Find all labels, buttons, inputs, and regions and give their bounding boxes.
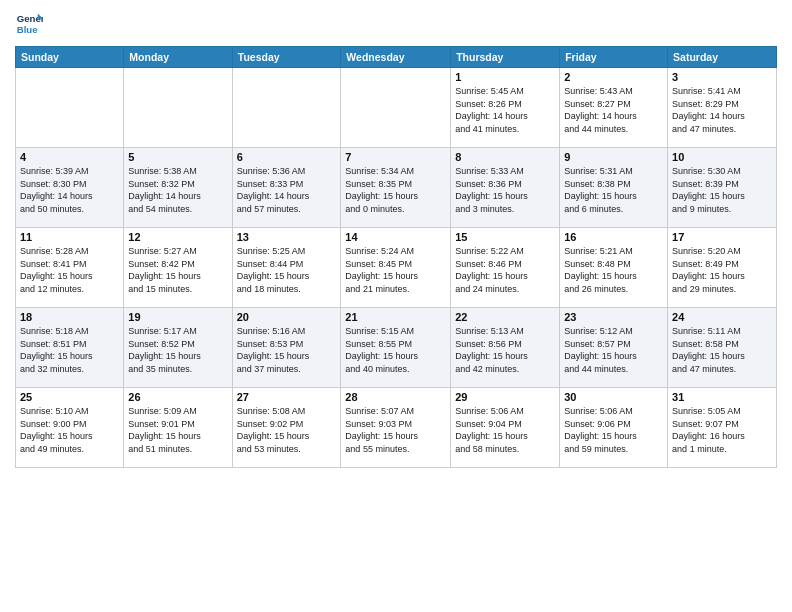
calendar-cell: 2Sunrise: 5:43 AM Sunset: 8:27 PM Daylig… xyxy=(560,68,668,148)
calendar-cell: 25Sunrise: 5:10 AM Sunset: 9:00 PM Dayli… xyxy=(16,388,124,468)
day-info: Sunrise: 5:17 AM Sunset: 8:52 PM Dayligh… xyxy=(128,325,227,375)
day-number: 27 xyxy=(237,391,337,403)
calendar-header: SundayMondayTuesdayWednesdayThursdayFrid… xyxy=(16,47,777,68)
day-number: 14 xyxy=(345,231,446,243)
calendar-cell: 4Sunrise: 5:39 AM Sunset: 8:30 PM Daylig… xyxy=(16,148,124,228)
day-number: 7 xyxy=(345,151,446,163)
calendar-cell xyxy=(16,68,124,148)
calendar-week-1: 1Sunrise: 5:45 AM Sunset: 8:26 PM Daylig… xyxy=(16,68,777,148)
day-info: Sunrise: 5:34 AM Sunset: 8:35 PM Dayligh… xyxy=(345,165,446,215)
weekday-header-monday: Monday xyxy=(124,47,232,68)
calendar-cell: 3Sunrise: 5:41 AM Sunset: 8:29 PM Daylig… xyxy=(668,68,777,148)
day-info: Sunrise: 5:07 AM Sunset: 9:03 PM Dayligh… xyxy=(345,405,446,455)
calendar-cell: 28Sunrise: 5:07 AM Sunset: 9:03 PM Dayli… xyxy=(341,388,451,468)
calendar-cell: 13Sunrise: 5:25 AM Sunset: 8:44 PM Dayli… xyxy=(232,228,341,308)
day-number: 11 xyxy=(20,231,119,243)
day-info: Sunrise: 5:09 AM Sunset: 9:01 PM Dayligh… xyxy=(128,405,227,455)
day-info: Sunrise: 5:28 AM Sunset: 8:41 PM Dayligh… xyxy=(20,245,119,295)
calendar-page: General Blue SundayMondayTuesdayWednesda… xyxy=(0,0,792,612)
day-number: 13 xyxy=(237,231,337,243)
calendar-cell: 6Sunrise: 5:36 AM Sunset: 8:33 PM Daylig… xyxy=(232,148,341,228)
day-info: Sunrise: 5:13 AM Sunset: 8:56 PM Dayligh… xyxy=(455,325,555,375)
calendar-week-2: 4Sunrise: 5:39 AM Sunset: 8:30 PM Daylig… xyxy=(16,148,777,228)
day-info: Sunrise: 5:25 AM Sunset: 8:44 PM Dayligh… xyxy=(237,245,337,295)
calendar-cell: 7Sunrise: 5:34 AM Sunset: 8:35 PM Daylig… xyxy=(341,148,451,228)
day-number: 17 xyxy=(672,231,772,243)
weekday-header-saturday: Saturday xyxy=(668,47,777,68)
day-info: Sunrise: 5:08 AM Sunset: 9:02 PM Dayligh… xyxy=(237,405,337,455)
day-info: Sunrise: 5:21 AM Sunset: 8:48 PM Dayligh… xyxy=(564,245,663,295)
calendar-cell: 11Sunrise: 5:28 AM Sunset: 8:41 PM Dayli… xyxy=(16,228,124,308)
day-number: 16 xyxy=(564,231,663,243)
day-info: Sunrise: 5:30 AM Sunset: 8:39 PM Dayligh… xyxy=(672,165,772,215)
calendar-cell: 27Sunrise: 5:08 AM Sunset: 9:02 PM Dayli… xyxy=(232,388,341,468)
calendar-week-3: 11Sunrise: 5:28 AM Sunset: 8:41 PM Dayli… xyxy=(16,228,777,308)
day-info: Sunrise: 5:43 AM Sunset: 8:27 PM Dayligh… xyxy=(564,85,663,135)
day-number: 9 xyxy=(564,151,663,163)
day-info: Sunrise: 5:39 AM Sunset: 8:30 PM Dayligh… xyxy=(20,165,119,215)
weekday-header-friday: Friday xyxy=(560,47,668,68)
day-info: Sunrise: 5:33 AM Sunset: 8:36 PM Dayligh… xyxy=(455,165,555,215)
logo-icon: General Blue xyxy=(15,10,43,38)
day-number: 1 xyxy=(455,71,555,83)
day-number: 4 xyxy=(20,151,119,163)
calendar-cell: 19Sunrise: 5:17 AM Sunset: 8:52 PM Dayli… xyxy=(124,308,232,388)
weekday-header-thursday: Thursday xyxy=(451,47,560,68)
calendar-cell: 1Sunrise: 5:45 AM Sunset: 8:26 PM Daylig… xyxy=(451,68,560,148)
day-info: Sunrise: 5:10 AM Sunset: 9:00 PM Dayligh… xyxy=(20,405,119,455)
calendar-cell: 16Sunrise: 5:21 AM Sunset: 8:48 PM Dayli… xyxy=(560,228,668,308)
day-number: 10 xyxy=(672,151,772,163)
calendar-cell: 10Sunrise: 5:30 AM Sunset: 8:39 PM Dayli… xyxy=(668,148,777,228)
calendar-cell: 5Sunrise: 5:38 AM Sunset: 8:32 PM Daylig… xyxy=(124,148,232,228)
day-info: Sunrise: 5:18 AM Sunset: 8:51 PM Dayligh… xyxy=(20,325,119,375)
day-info: Sunrise: 5:24 AM Sunset: 8:45 PM Dayligh… xyxy=(345,245,446,295)
day-number: 25 xyxy=(20,391,119,403)
day-number: 2 xyxy=(564,71,663,83)
svg-text:Blue: Blue xyxy=(17,24,38,35)
calendar-cell: 31Sunrise: 5:05 AM Sunset: 9:07 PM Dayli… xyxy=(668,388,777,468)
day-info: Sunrise: 5:22 AM Sunset: 8:46 PM Dayligh… xyxy=(455,245,555,295)
weekday-header-sunday: Sunday xyxy=(16,47,124,68)
calendar-cell: 24Sunrise: 5:11 AM Sunset: 8:58 PM Dayli… xyxy=(668,308,777,388)
day-info: Sunrise: 5:16 AM Sunset: 8:53 PM Dayligh… xyxy=(237,325,337,375)
weekday-header-tuesday: Tuesday xyxy=(232,47,341,68)
day-info: Sunrise: 5:27 AM Sunset: 8:42 PM Dayligh… xyxy=(128,245,227,295)
day-info: Sunrise: 5:41 AM Sunset: 8:29 PM Dayligh… xyxy=(672,85,772,135)
calendar-cell: 22Sunrise: 5:13 AM Sunset: 8:56 PM Dayli… xyxy=(451,308,560,388)
day-info: Sunrise: 5:05 AM Sunset: 9:07 PM Dayligh… xyxy=(672,405,772,455)
day-number: 26 xyxy=(128,391,227,403)
calendar-cell: 26Sunrise: 5:09 AM Sunset: 9:01 PM Dayli… xyxy=(124,388,232,468)
calendar-cell: 21Sunrise: 5:15 AM Sunset: 8:55 PM Dayli… xyxy=(341,308,451,388)
day-number: 8 xyxy=(455,151,555,163)
day-number: 5 xyxy=(128,151,227,163)
day-number: 29 xyxy=(455,391,555,403)
calendar-table: SundayMondayTuesdayWednesdayThursdayFrid… xyxy=(15,46,777,468)
weekday-row: SundayMondayTuesdayWednesdayThursdayFrid… xyxy=(16,47,777,68)
calendar-cell: 8Sunrise: 5:33 AM Sunset: 8:36 PM Daylig… xyxy=(451,148,560,228)
calendar-cell: 29Sunrise: 5:06 AM Sunset: 9:04 PM Dayli… xyxy=(451,388,560,468)
calendar-week-4: 18Sunrise: 5:18 AM Sunset: 8:51 PM Dayli… xyxy=(16,308,777,388)
calendar-body: 1Sunrise: 5:45 AM Sunset: 8:26 PM Daylig… xyxy=(16,68,777,468)
calendar-cell: 23Sunrise: 5:12 AM Sunset: 8:57 PM Dayli… xyxy=(560,308,668,388)
calendar-cell: 20Sunrise: 5:16 AM Sunset: 8:53 PM Dayli… xyxy=(232,308,341,388)
day-number: 31 xyxy=(672,391,772,403)
day-number: 3 xyxy=(672,71,772,83)
day-info: Sunrise: 5:12 AM Sunset: 8:57 PM Dayligh… xyxy=(564,325,663,375)
calendar-cell xyxy=(341,68,451,148)
day-info: Sunrise: 5:15 AM Sunset: 8:55 PM Dayligh… xyxy=(345,325,446,375)
day-info: Sunrise: 5:36 AM Sunset: 8:33 PM Dayligh… xyxy=(237,165,337,215)
day-number: 18 xyxy=(20,311,119,323)
day-number: 20 xyxy=(237,311,337,323)
day-number: 23 xyxy=(564,311,663,323)
calendar-cell: 12Sunrise: 5:27 AM Sunset: 8:42 PM Dayli… xyxy=(124,228,232,308)
calendar-cell: 15Sunrise: 5:22 AM Sunset: 8:46 PM Dayli… xyxy=(451,228,560,308)
day-number: 21 xyxy=(345,311,446,323)
day-number: 24 xyxy=(672,311,772,323)
day-number: 28 xyxy=(345,391,446,403)
calendar-cell xyxy=(232,68,341,148)
day-info: Sunrise: 5:06 AM Sunset: 9:06 PM Dayligh… xyxy=(564,405,663,455)
calendar-cell: 18Sunrise: 5:18 AM Sunset: 8:51 PM Dayli… xyxy=(16,308,124,388)
day-number: 6 xyxy=(237,151,337,163)
day-info: Sunrise: 5:38 AM Sunset: 8:32 PM Dayligh… xyxy=(128,165,227,215)
logo: General Blue xyxy=(15,10,47,38)
